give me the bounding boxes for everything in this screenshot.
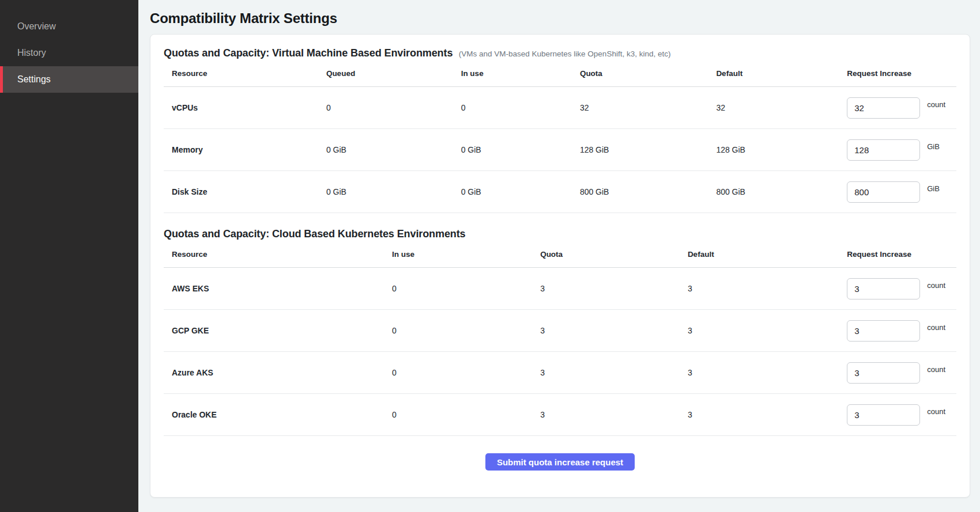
sidebar-item-history[interactable]: History — [0, 40, 138, 66]
request-increase-cell: count — [847, 362, 956, 384]
active-accent-bar — [0, 66, 3, 93]
cloud-col-in-use: In use — [392, 250, 540, 259]
cloud-col-default: Default — [688, 250, 847, 259]
quota-value: 128 GiB — [580, 145, 717, 154]
sidebar-item-history-label: History — [17, 48, 46, 58]
aws-eks-request-input[interactable] — [847, 278, 920, 299]
quota-value: 32 — [580, 103, 717, 112]
request-increase-cell: count — [847, 320, 956, 342]
resource-label: Oracle OKE — [164, 410, 392, 419]
oracle-oke-request-input[interactable] — [847, 404, 920, 426]
vcpus-request-input[interactable] — [847, 97, 920, 119]
default-value: 32 — [716, 103, 847, 112]
default-value: 3 — [688, 284, 847, 293]
resource-label: Disk Size — [164, 187, 326, 196]
cloud-col-quota: Quota — [540, 250, 688, 259]
unit-label: count — [927, 407, 945, 416]
vm-col-default: Default — [716, 69, 847, 78]
sidebar-item-settings-label: Settings — [17, 74, 51, 85]
in-use-value: 0 — [392, 368, 540, 377]
request-increase-cell: count — [847, 404, 956, 426]
table-row-azure-aks: Azure AKS 0 3 3 count — [164, 352, 956, 394]
table-row-disk-size: Disk Size 0 GiB 0 GiB 800 GiB 800 GiB Gi… — [164, 171, 956, 213]
queued-value: 0 GiB — [326, 187, 461, 196]
cloud-col-request-increase: Request Increase — [847, 250, 956, 259]
vm-table-header-row: Resource Queued In use Quota Default Req… — [164, 60, 956, 87]
unit-label: GiB — [927, 184, 940, 193]
memory-request-input[interactable] — [847, 139, 920, 161]
default-value: 3 — [688, 326, 847, 335]
sidebar: Overview History Settings — [0, 0, 138, 512]
vm-col-queued: Queued — [326, 69, 461, 78]
unit-label: count — [927, 323, 945, 332]
sidebar-item-overview[interactable]: Overview — [0, 13, 138, 40]
table-row-vcpus: vCPUs 0 0 32 32 count — [164, 87, 956, 129]
quota-value: 3 — [540, 410, 688, 419]
request-increase-cell: GiB — [847, 181, 956, 203]
quota-value: 3 — [540, 368, 688, 377]
table-row-aws-eks: AWS EKS 0 3 3 count — [164, 268, 956, 310]
vm-col-in-use: In use — [461, 69, 580, 78]
table-row-oracle-oke: Oracle OKE 0 3 3 count — [164, 394, 956, 436]
unit-label: count — [927, 365, 945, 374]
in-use-value: 0 — [392, 410, 540, 419]
azure-aks-request-input[interactable] — [847, 362, 920, 384]
table-row-gcp-gke: GCP GKE 0 3 3 count — [164, 310, 956, 352]
unit-label: count — [927, 100, 945, 109]
in-use-value: 0 — [461, 103, 580, 112]
page-title: Compatibility Matrix Settings — [150, 10, 970, 26]
queued-value: 0 — [326, 103, 461, 112]
quota-value: 800 GiB — [580, 187, 717, 196]
resource-label: Azure AKS — [164, 368, 392, 377]
resource-label: AWS EKS — [164, 284, 392, 293]
unit-label: count — [927, 281, 945, 290]
vm-col-resource: Resource — [164, 69, 326, 78]
vm-section-title: Quotas and Capacity: Virtual Machine Bas… — [164, 47, 453, 59]
vm-section-subtitle: (VMs and VM-based Kubernetes like OpenSh… — [459, 50, 671, 58]
sidebar-item-settings[interactable]: Settings — [0, 66, 138, 93]
quota-value: 3 — [540, 284, 688, 293]
in-use-value: 0 — [392, 326, 540, 335]
default-value: 800 GiB — [716, 187, 847, 196]
vm-col-request-increase: Request Increase — [847, 69, 956, 78]
request-increase-cell: count — [847, 278, 956, 299]
sidebar-item-overview-label: Overview — [17, 21, 56, 32]
gcp-gke-request-input[interactable] — [847, 320, 920, 342]
in-use-value: 0 — [392, 284, 540, 293]
in-use-value: 0 GiB — [461, 145, 580, 154]
sidebar-nav: Overview History Settings — [0, 13, 138, 93]
default-value: 3 — [688, 410, 847, 419]
resource-label: GCP GKE — [164, 326, 392, 335]
cloud-quota-table: Resource In use Quota Default Request In… — [164, 241, 956, 436]
submit-quota-button[interactable]: Submit quota increase request — [485, 453, 635, 471]
queued-value: 0 GiB — [326, 145, 461, 154]
request-increase-cell: count — [847, 97, 956, 119]
request-increase-cell: GiB — [847, 139, 956, 161]
unit-label: GiB — [927, 142, 940, 151]
cloud-col-resource: Resource — [164, 250, 392, 259]
settings-card: Quotas and Capacity: Virtual Machine Bas… — [150, 34, 970, 498]
card-footer: Submit quota increase request — [164, 436, 956, 486]
vm-quota-table: Resource Queued In use Quota Default Req… — [164, 60, 956, 213]
vm-col-quota: Quota — [580, 69, 717, 78]
cloud-table-header-row: Resource In use Quota Default Request In… — [164, 241, 956, 268]
default-value: 3 — [688, 368, 847, 377]
disk-size-request-input[interactable] — [847, 181, 920, 203]
cloud-section-header: Quotas and Capacity: Cloud Based Kuberne… — [164, 228, 956, 240]
app-root: Overview History Settings Compatibility … — [0, 0, 980, 512]
resource-label: vCPUs — [164, 103, 326, 112]
vm-section-header: Quotas and Capacity: Virtual Machine Bas… — [164, 47, 956, 59]
resource-label: Memory — [164, 145, 326, 154]
default-value: 128 GiB — [716, 145, 847, 154]
quota-value: 3 — [540, 326, 688, 335]
cloud-section-title: Quotas and Capacity: Cloud Based Kuberne… — [164, 228, 466, 240]
main-content: Compatibility Matrix Settings Quotas and… — [138, 0, 980, 512]
table-row-memory: Memory 0 GiB 0 GiB 128 GiB 128 GiB GiB — [164, 129, 956, 171]
in-use-value: 0 GiB — [461, 187, 580, 196]
